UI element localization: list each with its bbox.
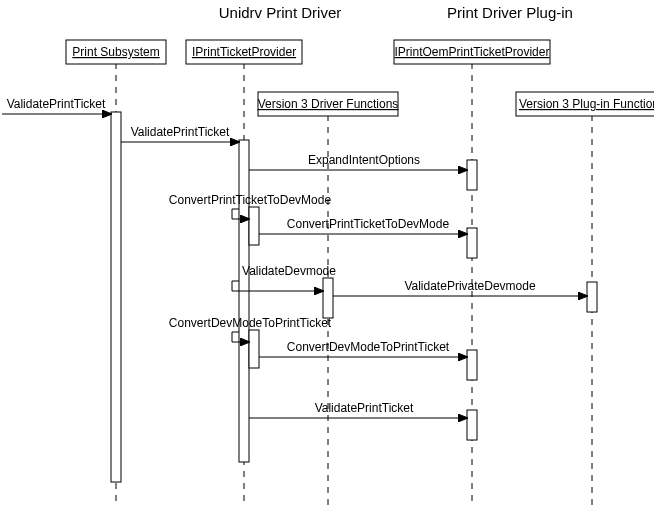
activation-v3driver-validate — [323, 278, 333, 318]
sequence-diagram: Unidrv Print Driver Print Driver Plug-in… — [0, 0, 654, 517]
svg-text:Version 3 Plug-in Functions: Version 3 Plug-in Functions — [519, 97, 654, 111]
msg-validate-print-ticket-in-label: ValidatePrintTicket — [7, 97, 106, 111]
svg-text:Version 3 Driver Functions: Version 3 Driver Functions — [258, 97, 399, 111]
activation-iptp-convert-pt — [249, 207, 259, 245]
msg-convert-dm-pt-self-label: ConvertDevModeToPrintTicket — [169, 316, 332, 330]
group-plugin-label: Print Driver Plug-in — [447, 4, 573, 21]
activation-print-subsystem — [111, 112, 121, 482]
activation-iptp-convert-dm — [249, 330, 259, 368]
group-unidrv-label: Unidrv Print Driver — [219, 4, 342, 21]
activation-iptp-main — [239, 140, 249, 462]
activation-oem-convert-dm — [467, 350, 477, 380]
participant-iprint-oem-provider: IPrintOemPrintTicketProvider — [394, 40, 550, 64]
msg-validate-print-ticket-1-label: ValidatePrintTicket — [131, 125, 230, 139]
msg-validate-print-ticket-2-label: ValidatePrintTicket — [315, 401, 414, 415]
participant-print-subsystem: Print Subsystem — [66, 40, 166, 64]
svg-text:Print Subsystem: Print Subsystem — [72, 45, 159, 59]
msg-convert-pt-devmode-self-label: ConvertPrintTicketToDevMode — [169, 193, 332, 207]
activation-plugin-validate-priv — [587, 282, 597, 312]
msg-validate-private-devmode-label: ValidatePrivateDevmode — [404, 279, 536, 293]
participant-v3-driver-functions: Version 3 Driver Functions — [258, 92, 399, 116]
participant-v3-plugin-functions: Version 3 Plug-in Functions — [516, 92, 654, 116]
msg-expand-intent-options-label: ExpandIntentOptions — [308, 153, 420, 167]
activation-oem-convert-pt — [467, 228, 477, 258]
msg-convert-dm-pt-label: ConvertDevModeToPrintTicket — [287, 340, 450, 354]
svg-text:IPrintTicketProvider: IPrintTicketProvider — [192, 45, 296, 59]
activation-oem-expand — [467, 160, 477, 190]
msg-validate-devmode-self-label: ValidateDevmode — [242, 264, 336, 278]
msg-convert-pt-devmode-label: ConvertPrintTicketToDevMode — [287, 217, 450, 231]
activation-oem-validate-pt — [467, 410, 477, 440]
svg-text:IPrintOemPrintTicketProvider: IPrintOemPrintTicketProvider — [395, 45, 550, 59]
participant-iprint-ticket-provider: IPrintTicketProvider — [186, 40, 302, 64]
